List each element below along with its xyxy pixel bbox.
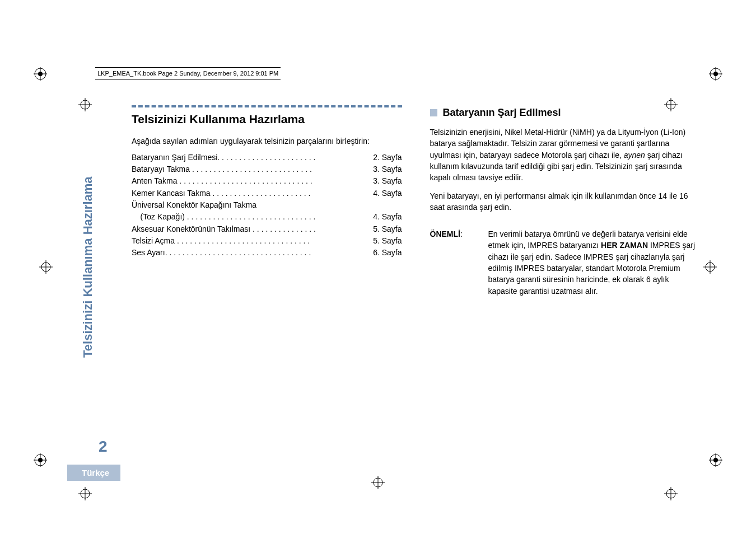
toc-label: Anten Takma . . . . . . . . . . . . . . … xyxy=(132,176,312,185)
toc-page: 3. Sayfa xyxy=(373,175,402,186)
toc-item: 2. SayfaBataryanın Şarj Edilmesi. . . . … xyxy=(132,152,402,163)
toc-page: 2. Sayfa xyxy=(373,152,402,163)
toc-label: Aksesuar Konektörünün Takılması . . . . … xyxy=(132,224,316,233)
toc-item: 6. SayfaSes Ayarı. . . . . . . . . . . .… xyxy=(132,247,402,258)
toc-page: 3. Sayfa xyxy=(373,163,402,175)
section-title: Telsizinizi Kullanıma Hazırlama xyxy=(132,111,402,128)
toc-page: 4. Sayfa xyxy=(373,211,402,222)
toc-item: 4. SayfaKemer Kancası Takma . . . . . . … xyxy=(132,188,402,199)
note-body: En verimli batarya ömrünü ve değerli bat… xyxy=(488,228,701,297)
section-divider xyxy=(132,105,402,109)
toc-label: (Toz Kapağı) . . . . . . . . . . . . . .… xyxy=(132,212,315,221)
note-label: ÖNEMLİ: xyxy=(430,228,475,297)
reg-mark xyxy=(664,487,678,500)
bullet-square-icon xyxy=(430,109,437,116)
toc-label: Üniversal Konektör Kapağını Takma xyxy=(132,200,256,209)
toc-page: 5. Sayfa xyxy=(373,223,402,235)
reg-mark xyxy=(78,487,92,500)
sidebar: Telsizinizi Kullanıma Hazırlama xyxy=(95,185,118,470)
bold-text: HER ZAMAN xyxy=(601,241,648,250)
toc-item: 3. SayfaBataryayı Takma . . . . . . . . … xyxy=(132,163,402,175)
toc-item: Üniversal Konektör Kapağını Takma xyxy=(132,199,402,210)
reg-mark xyxy=(709,67,722,81)
toc-label: Telsizi Açma . . . . . . . . . . . . . .… xyxy=(132,236,310,245)
toc-label: Bataryanın Şarj Edilmesi. . . . . . . . … xyxy=(132,153,315,162)
note-label-bold: ÖNEMLİ xyxy=(430,229,460,238)
intro-text: Aşağıda sayılan adımları uygulayarak tel… xyxy=(132,135,402,147)
toc-item: 5. SayfaAksesuar Konektörünün Takılması … xyxy=(132,223,402,235)
reg-mark xyxy=(34,453,47,467)
reg-mark xyxy=(703,260,717,274)
table-of-contents: 2. SayfaBataryanın Şarj Edilmesi. . . . … xyxy=(132,152,402,259)
italic-text: aynen xyxy=(624,151,645,160)
reg-mark xyxy=(39,260,53,274)
note-colon: : xyxy=(460,229,463,238)
toc-item: 5. SayfaTelsizi Açma . . . . . . . . . .… xyxy=(132,235,402,246)
toc-label: Kemer Kancası Takma . . . . . . . . . . … xyxy=(132,189,311,198)
toc-label: Bataryayı Takma . . . . . . . . . . . . … xyxy=(132,165,312,174)
toc-page: 4. Sayfa xyxy=(373,188,402,199)
toc-item: 4. Sayfa (Toz Kapağı) . . . . . . . . . … xyxy=(132,211,402,222)
running-head: LKP_EMEA_TK.book Page 2 Sunday, December… xyxy=(95,67,281,79)
paragraph: Yeni bataryayı, en iyi performansı almak… xyxy=(430,190,701,213)
content-area: Telsizinizi Kullanıma Hazırlama Aşağıda … xyxy=(132,105,700,478)
important-note: ÖNEMLİ: En verimli batarya ömrünü ve değ… xyxy=(430,228,701,297)
toc-page: 6. Sayfa xyxy=(373,247,402,258)
page-number: 2 xyxy=(99,438,108,456)
paragraph: Telsizinizin enerjisini, Nikel Metal-Hid… xyxy=(430,127,701,183)
language-label: Türkçe xyxy=(67,465,120,481)
reg-mark xyxy=(34,67,47,81)
toc-label: Ses Ayarı. . . . . . . . . . . . . . . .… xyxy=(132,248,311,257)
sidebar-title: Telsizinizi Kullanıma Hazırlama xyxy=(81,176,95,358)
toc-item: 3. SayfaAnten Takma . . . . . . . . . . … xyxy=(132,175,402,186)
column-right: Bataryanın Şarj Edilmesi Telsizinizin en… xyxy=(430,105,701,478)
reg-mark xyxy=(709,453,722,467)
column-left: Telsizinizi Kullanıma Hazırlama Aşağıda … xyxy=(132,105,402,478)
subsection-title: Bataryanın Şarj Edilmesi xyxy=(443,105,561,120)
reg-mark xyxy=(78,98,92,111)
toc-page: 5. Sayfa xyxy=(373,235,402,246)
subsection-header: Bataryanın Şarj Edilmesi xyxy=(430,105,701,120)
